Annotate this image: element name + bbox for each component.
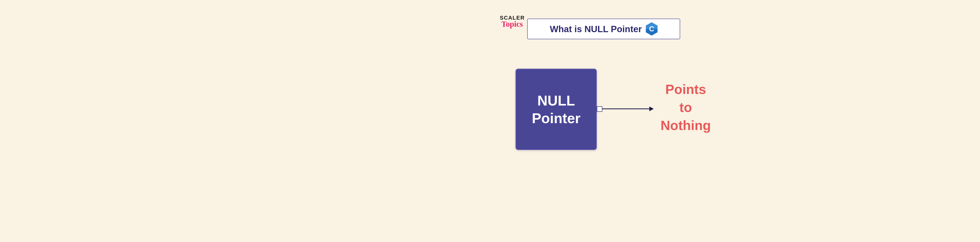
title-container: What is NULL Pointer C	[527, 19, 680, 39]
null-pointer-box: NULLPointer	[515, 68, 597, 150]
pointer-connector-icon	[597, 106, 602, 112]
diagram-canvas: SCALER Topics What is NULL Pointer C NUL…	[412, 0, 764, 242]
title-text: What is NULL Pointer	[550, 24, 642, 34]
logo-text-secondary: Topics	[501, 19, 525, 29]
arrow-icon	[602, 108, 653, 109]
c-language-icon: C	[646, 22, 657, 36]
points-to-nothing-label: PointstoNothing	[660, 80, 711, 134]
null-pointer-label: NULLPointer	[532, 92, 581, 127]
brand-logo: SCALER Topics	[500, 15, 525, 29]
